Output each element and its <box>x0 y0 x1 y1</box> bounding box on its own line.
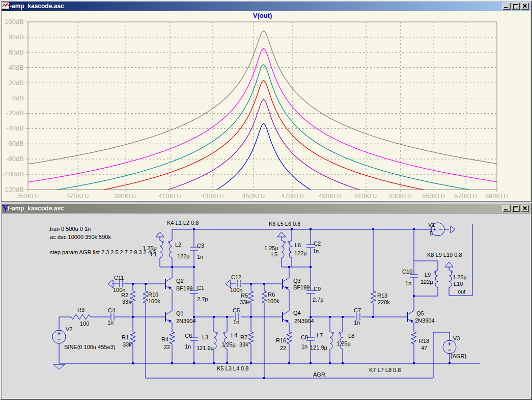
svg-text:L9: L9 <box>425 272 431 278</box>
svg-text:Q2: Q2 <box>176 278 184 284</box>
svg-text:33k: 33k <box>239 341 248 348</box>
svg-text:K7 L7 L8 0.8: K7 L7 L8 0.8 <box>369 367 401 373</box>
schematic-canvas[interactable]: ;tran 0 500u 0 1n.ac dec 10000 350k 590k… <box>2 213 529 396</box>
waveform-window: zf-amp_kascode.asc 100dB80dB60dB40dB20dB… <box>0 0 532 202</box>
svg-text:122µ: 122µ <box>177 253 190 259</box>
svg-text:590KHz: 590KHz <box>485 192 509 200</box>
svg-text:L6: L6 <box>295 242 301 248</box>
svg-text:20dB: 20dB <box>9 79 24 87</box>
svg-text:450KHz: 450KHz <box>242 192 265 200</box>
svg-text:V(out): V(out) <box>253 12 272 19</box>
svg-text:L3: L3 <box>202 334 208 340</box>
schematic-pane[interactable]: ;tran 0 500u 0 1n.ac dec 10000 350k 590k… <box>2 213 530 398</box>
svg-text:1.25µ: 1.25µ <box>264 245 278 251</box>
svg-text:R2: R2 <box>121 292 128 298</box>
svg-text:R7: R7 <box>240 334 247 340</box>
svg-text:R18: R18 <box>419 338 429 344</box>
svg-text:R4: R4 <box>161 336 169 342</box>
svg-text:60dB: 60dB <box>9 48 24 56</box>
svg-text:K6 L5 L6 0.8: K6 L5 L6 0.8 <box>269 221 300 227</box>
svg-text:430KHz: 430KHz <box>201 192 225 200</box>
svg-text:410KHz: 410KHz <box>158 192 182 200</box>
svg-text:R6: R6 <box>268 291 275 298</box>
schematic-window: zf-amp_kascode.asc ;tran 0 500u 0 1n.ac … <box>0 202 532 400</box>
svg-text:out: out <box>458 288 465 295</box>
svg-text:L2: L2 <box>175 242 181 248</box>
svg-text:Q3: Q3 <box>293 278 301 284</box>
schematic-icon <box>2 204 10 212</box>
svg-text:490KHz: 490KHz <box>318 192 342 200</box>
svg-text:0dB: 0dB <box>12 94 24 102</box>
svg-text:C3: C3 <box>197 243 204 249</box>
svg-text:R10: R10 <box>148 291 158 298</box>
svg-text:C8: C8 <box>301 334 308 340</box>
svg-text:350KHz: 350KHz <box>16 192 40 200</box>
svg-text:22: 22 <box>280 345 286 351</box>
svg-text:470KHz: 470KHz <box>281 192 304 200</box>
svg-text:C6: C6 <box>185 333 192 339</box>
waveform-pane[interactable]: 100dB80dB60dB40dB20dB0dB-20dB-40dB-60dB-… <box>2 11 530 201</box>
svg-text:R16: R16 <box>276 337 286 343</box>
svg-text:570KHz: 570KHz <box>454 192 478 200</box>
svg-text:C1: C1 <box>197 285 204 291</box>
svg-text:C11: C11 <box>114 275 124 281</box>
svg-text:1n: 1n <box>107 319 114 326</box>
svg-text:1.25µ: 1.25µ <box>337 340 351 346</box>
svg-text:1n: 1n <box>197 254 203 260</box>
svg-text:1.25µ: 1.25µ <box>453 274 467 280</box>
waveform-titlebar[interactable]: zf-amp_kascode.asc <box>2 2 530 11</box>
svg-text:1n: 1n <box>405 280 411 286</box>
svg-text:33k: 33k <box>122 299 131 305</box>
maximize-button[interactable] <box>512 205 520 212</box>
svg-text:1n: 1n <box>185 343 191 350</box>
close-button[interactable] <box>521 205 529 212</box>
svg-text:C10: C10 <box>402 269 412 275</box>
svg-text:-80dB: -80dB <box>6 155 24 163</box>
svg-text:L10: L10 <box>454 281 463 287</box>
svg-text:BF199: BF199 <box>176 285 192 291</box>
svg-text:33k: 33k <box>240 299 249 305</box>
svg-text:{AGR}: {AGR} <box>451 353 467 359</box>
svg-text:2.7p: 2.7p <box>313 297 323 303</box>
svg-text:2N3904: 2N3904 <box>415 317 435 324</box>
ltspice-desktop: zf-amp_kascode.asc 100dB80dB60dB40dB20dB… <box>0 0 532 400</box>
waveform-plot[interactable]: 100dB80dB60dB40dB20dB0dB-20dB-40dB-60dB-… <box>2 11 529 200</box>
svg-text:5: 5 <box>430 230 433 236</box>
svg-text:121.9µ: 121.9µ <box>310 344 328 351</box>
svg-text:121.9µ: 121.9µ <box>197 345 214 351</box>
svg-text:100: 100 <box>80 321 89 327</box>
svg-text:2N3904: 2N3904 <box>176 318 196 324</box>
svg-text:AGR: AGR <box>313 371 325 378</box>
svg-text:40dB: 40dB <box>9 64 24 71</box>
svg-text:-60dB: -60dB <box>6 140 24 147</box>
svg-text:550KHz: 550KHz <box>422 192 445 200</box>
svg-text:-100dB: -100dB <box>3 170 24 178</box>
svg-text:122µ: 122µ <box>421 279 433 285</box>
svg-text:Q1: Q1 <box>176 310 184 316</box>
svg-text:530KHz: 530KHz <box>389 192 412 200</box>
svg-text:Q5: Q5 <box>416 310 424 316</box>
maximize-button[interactable] <box>512 3 520 10</box>
svg-text:390KHz: 390KHz <box>114 192 137 200</box>
minimize-button[interactable] <box>502 205 511 212</box>
schematic-window-controls <box>502 205 529 212</box>
svg-text:80dB: 80dB <box>9 33 24 41</box>
svg-text:.ac dec 10000 350k 590k: .ac dec 10000 350k 590k <box>48 234 111 240</box>
svg-text:122µ: 122µ <box>294 250 307 256</box>
svg-text:V2: V2 <box>66 326 72 332</box>
svg-text:K5 L3 L4 0.8: K5 L3 L4 0.8 <box>217 365 248 371</box>
svg-text:1n: 1n <box>313 248 319 254</box>
svg-text:Q4: Q4 <box>293 310 301 316</box>
close-button[interactable] <box>521 3 529 10</box>
svg-text:.step param AGR list 2.3 2.5 2: .step param AGR list 2.3 2.5 2.7 2.9 3.2… <box>48 249 156 255</box>
minimize-button[interactable] <box>502 3 511 10</box>
svg-text:R3: R3 <box>77 307 85 313</box>
svg-text:C12: C12 <box>231 274 241 280</box>
svg-text:C5: C5 <box>233 307 240 313</box>
svg-text:L5: L5 <box>271 251 277 257</box>
svg-text:100dB: 100dB <box>5 18 24 25</box>
schematic-window-title: zf-amp_kascode.asc <box>5 205 502 212</box>
schematic-titlebar[interactable]: zf-amp_kascode.asc <box>2 204 530 213</box>
svg-text:1n: 1n <box>233 319 239 325</box>
svg-text:C2: C2 <box>314 241 321 247</box>
